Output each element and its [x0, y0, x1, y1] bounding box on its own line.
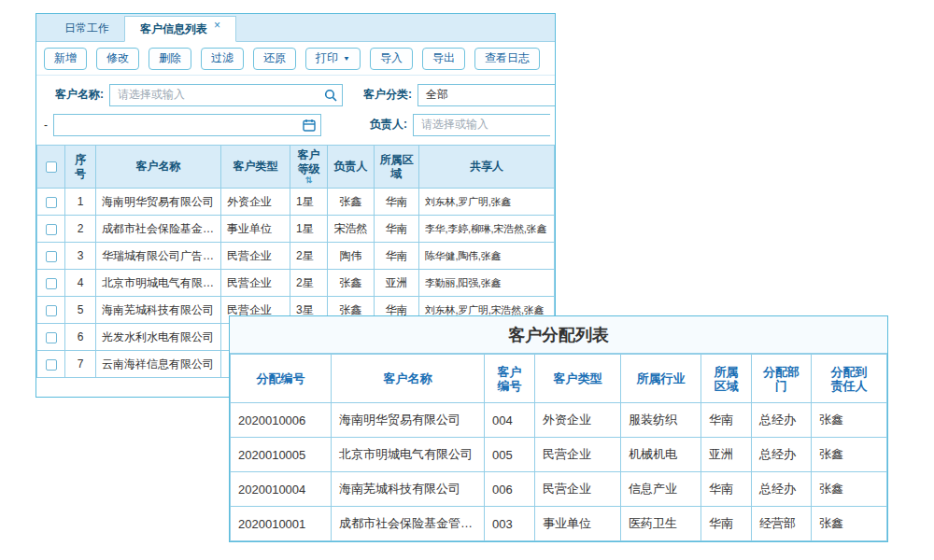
- row-checkbox[interactable]: [46, 332, 57, 343]
- customer-name-link[interactable]: 北京市明城电气有限公司: [96, 270, 221, 297]
- toolbar-button-label: 导入: [380, 50, 403, 66]
- input-placeholder: 请选择或输入: [118, 87, 185, 103]
- toolbar-button-view-log[interactable]: 查看日志: [474, 48, 540, 70]
- column-header-label: 客户名称: [333, 371, 482, 385]
- customer-category-select[interactable]: 全部: [417, 84, 555, 106]
- allocation-no-link[interactable]: 2020010005: [231, 438, 332, 472]
- owner-link[interactable]: 张鑫: [328, 189, 375, 216]
- toolbar-button-label: 新增: [54, 50, 77, 66]
- column-header-customer-level[interactable]: 客户 等级 ⇅: [290, 146, 328, 189]
- column-header-region[interactable]: 所属 区域: [701, 355, 752, 403]
- owner-input[interactable]: 请选择或输入: [413, 114, 550, 136]
- sort-icon[interactable]: ⇅: [292, 176, 325, 185]
- allocation-no-link[interactable]: 2020010006: [231, 403, 332, 438]
- assignee-link[interactable]: 张鑫: [812, 438, 887, 472]
- date-range-dash: -: [44, 119, 48, 132]
- row-number: 1: [65, 189, 96, 216]
- close-tab-icon[interactable]: ×: [214, 20, 220, 31]
- select-all-checkbox[interactable]: [46, 161, 57, 173]
- row-checkbox[interactable]: [46, 278, 57, 289]
- region: 华南: [375, 216, 419, 243]
- owner-link[interactable]: 张鑫: [328, 270, 375, 297]
- assignee-link[interactable]: 张鑫: [812, 507, 887, 541]
- column-header-customer-type[interactable]: 客户类型: [221, 146, 290, 189]
- row-checkbox[interactable]: [46, 251, 57, 262]
- toolbar-button-import[interactable]: 导入: [370, 48, 413, 70]
- column-header-customer-name[interactable]: 客户名称: [332, 355, 485, 403]
- tab-label: 日常工作: [64, 21, 109, 35]
- customer-name-link[interactable]: 华瑞城有限公司广告设计部: [96, 243, 221, 270]
- column-header-allocation-no[interactable]: 分配编号: [231, 355, 332, 403]
- column-header-shared[interactable]: 共享人: [419, 146, 555, 189]
- calendar-icon[interactable]: [303, 119, 316, 132]
- column-header-assignee[interactable]: 分配到 责任人: [812, 355, 887, 403]
- allocation-table: 分配编号 客户名称 客户 编号 客户类型 所属行业 所属 区: [230, 354, 887, 541]
- customer-name-link[interactable]: 北京市明城电气有限公司: [332, 438, 485, 472]
- allocation-no-link[interactable]: 2020010004: [231, 472, 332, 507]
- owner-link[interactable]: 陶伟: [328, 243, 375, 270]
- column-header-customer-name[interactable]: 客户名称: [96, 146, 221, 189]
- customer-name-link[interactable]: 光发水利水电有限公司: [96, 324, 221, 351]
- column-header-industry[interactable]: 所属行业: [621, 355, 701, 403]
- row-checkbox-cell: [37, 324, 65, 351]
- toolbar-button-print[interactable]: 打印▼: [305, 48, 361, 70]
- customer-name-link[interactable]: 海南芜城科技有限公司: [332, 472, 485, 507]
- toolbar-button-restore[interactable]: 还原: [253, 48, 296, 70]
- filter-panel: 客户名称: 请选择或输入 客户分类: 全部 -: [36, 76, 555, 145]
- customer-name-link[interactable]: 云南海祥信息有限公司: [96, 351, 221, 378]
- region: 华南: [701, 507, 752, 541]
- allocation-list-title: 客户分配列表: [230, 316, 887, 354]
- toolbar-button-add[interactable]: 新增: [44, 48, 87, 70]
- owner-link[interactable]: 宋浩然: [328, 216, 375, 243]
- column-header-customer-no[interactable]: 客户 编号: [485, 355, 535, 403]
- tab-label: 客户信息列表: [140, 16, 207, 42]
- customer-level: 1星: [290, 189, 328, 216]
- row-checkbox[interactable]: [46, 224, 57, 235]
- shared-persons: 李勤丽,阳强,张鑫: [419, 270, 555, 297]
- customer-name-link[interactable]: 成都市社会保险基金管理...: [332, 507, 485, 541]
- search-icon[interactable]: [324, 89, 337, 102]
- toolbar-button-filter[interactable]: 过滤: [201, 48, 244, 70]
- assignee-link[interactable]: 张鑫: [812, 472, 887, 507]
- date-input[interactable]: [53, 114, 321, 136]
- tab-customer-info-list[interactable]: 客户信息列表 ×: [124, 16, 236, 42]
- column-header-department[interactable]: 分配部 门: [752, 355, 812, 403]
- customer-name-link[interactable]: 海南芜城科技有限公司: [96, 297, 221, 324]
- region: 华南: [701, 403, 752, 438]
- customer-no: 004: [485, 403, 535, 438]
- customer-name-link[interactable]: 成都市社会保险基金管理...: [96, 216, 221, 243]
- table-row: 1海南明华贸易有限公司外资企业1星张鑫华南刘东林,罗广明,张鑫: [37, 189, 555, 216]
- customer-type: 外资企业: [221, 189, 290, 216]
- row-checkbox[interactable]: [46, 359, 57, 371]
- row-number: 3: [65, 243, 96, 270]
- allocation-no-link[interactable]: 2020010001: [231, 507, 332, 541]
- row-checkbox[interactable]: [46, 197, 57, 208]
- row-checkbox-cell: [37, 189, 65, 216]
- column-header-customer-type[interactable]: 客户类型: [535, 355, 621, 403]
- column-header-no[interactable]: 序 号: [65, 146, 96, 189]
- toolbar-button-modify[interactable]: 修改: [96, 48, 139, 70]
- toolbar-button-export[interactable]: 导出: [422, 48, 465, 70]
- row-checkbox-cell: [37, 270, 65, 297]
- toolbar: 新增修改删除过滤还原打印▼导入导出查看日志: [36, 42, 555, 76]
- customer-name-input[interactable]: 请选择或输入: [109, 84, 343, 106]
- toolbar-button-label: 修改: [106, 50, 129, 66]
- allocation-table-body: 2020010006海南明华贸易有限公司004外资企业服装纺织华南总经办张鑫20…: [231, 403, 887, 541]
- toolbar-button-delete[interactable]: 删除: [149, 48, 191, 70]
- row-checkbox-cell: [37, 297, 65, 324]
- department: 总经办: [752, 472, 812, 507]
- table-header-row: 分配编号 客户名称 客户 编号 客户类型 所属行业 所属 区: [231, 355, 887, 403]
- row-number: 7: [65, 351, 96, 378]
- column-header-owner[interactable]: 负责人: [328, 146, 375, 189]
- tab-daily-work[interactable]: 日常工作: [50, 15, 124, 41]
- industry: 机械机电: [621, 438, 701, 472]
- column-header-region[interactable]: 所属区 域: [375, 146, 419, 189]
- row-checkbox[interactable]: [46, 305, 57, 316]
- assignee-link[interactable]: 张鑫: [812, 403, 887, 438]
- column-header-label: 共享人: [421, 160, 552, 174]
- customer-name-link[interactable]: 海南明华贸易有限公司: [332, 403, 485, 438]
- tab-bar: 日常工作 客户信息列表 ×: [36, 14, 555, 42]
- customer-name-link[interactable]: 海南明华贸易有限公司: [96, 189, 221, 216]
- department: 经营部: [752, 507, 812, 541]
- customer-category-label: 客户分类:: [363, 87, 412, 103]
